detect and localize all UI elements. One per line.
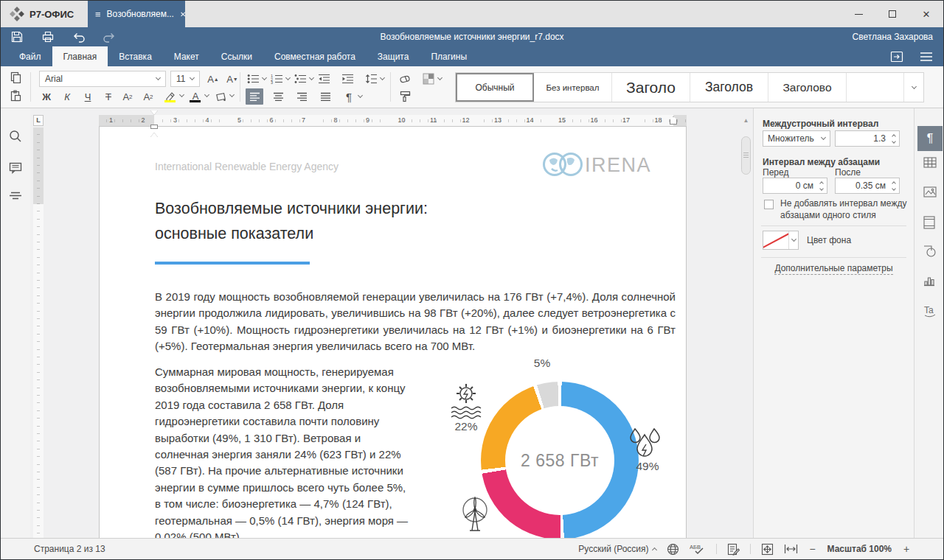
language-select[interactable]: Русский (Россия) <box>578 544 656 554</box>
zoom-in-button[interactable]: + <box>902 543 911 555</box>
copy-icon[interactable] <box>7 69 24 85</box>
paragraph-marks-dropdown[interactable] <box>356 88 364 105</box>
tab-close-icon[interactable]: ✕ <box>180 10 186 18</box>
numbered-list-dropdown[interactable] <box>284 71 291 87</box>
multilevel-list-icon[interactable] <box>291 71 309 87</box>
menu-tab-2[interactable]: Вставка <box>108 46 163 66</box>
hamburger-icon[interactable] <box>920 52 933 62</box>
vertical-ruler[interactable] <box>33 127 44 538</box>
style-item-2[interactable]: Заголо <box>612 73 690 102</box>
horizontal-ruler[interactable]: 123456789101112131415161718 <box>99 115 687 126</box>
style-item-empty[interactable] <box>847 73 904 102</box>
image-settings-icon[interactable] <box>923 186 937 200</box>
font-color-icon[interactable]: A <box>187 88 204 104</box>
track-changes-icon[interactable] <box>727 543 740 556</box>
decrease-indent-icon[interactable] <box>315 71 333 87</box>
maximize-button[interactable] <box>875 1 909 27</box>
save-icon[interactable] <box>10 30 24 43</box>
energy-donut-chart[interactable]: 2 658 ГВт 5% 22% <box>435 357 690 538</box>
copy-style-icon[interactable] <box>396 88 414 105</box>
spacing-after-spinner[interactable]: 0.35 см <box>835 178 900 194</box>
table-settings-icon[interactable] <box>923 157 937 170</box>
decrease-font-icon[interactable]: A▼ <box>223 71 241 87</box>
vertical-scrollbar[interactable]: ▲ <box>740 108 752 538</box>
menu-tab-6[interactable]: Защита <box>367 46 420 66</box>
table-shading-icon[interactable] <box>420 71 437 87</box>
close-button[interactable]: ✕ <box>909 1 943 27</box>
menu-tab-1[interactable]: Главная <box>52 46 108 66</box>
clear-style-icon[interactable] <box>396 71 414 87</box>
style-item-4[interactable]: Заголово <box>768 73 847 102</box>
language-globe-icon[interactable] <box>667 543 679 556</box>
navigation-icon[interactable] <box>9 191 22 204</box>
paragraph-marks-button[interactable]: ¶ <box>340 88 358 105</box>
line-spacing-icon[interactable] <box>362 71 380 87</box>
no-interval-checkbox[interactable] <box>764 200 774 209</box>
spinner-arrows[interactable] <box>816 178 827 193</box>
paragraph-2[interactable]: Суммарная мировая мощность, генерируемая… <box>155 364 414 538</box>
spinner-arrows[interactable] <box>889 178 899 193</box>
headers-footers-icon[interactable] <box>923 216 937 229</box>
paragraph-1[interactable]: В 2019 году мощность возобновляемой гене… <box>155 289 676 355</box>
comments-icon[interactable] <box>9 161 22 175</box>
left-indent-marker[interactable] <box>150 125 158 129</box>
bold-button[interactable]: Ж <box>38 88 55 105</box>
menu-tab-3[interactable]: Макет <box>163 46 210 66</box>
subscript-button[interactable]: A2 <box>139 88 157 105</box>
highlight-color-icon[interactable] <box>162 88 179 104</box>
minimize-button[interactable] <box>841 1 875 27</box>
zoom-level[interactable]: Масштаб 100% <box>827 544 892 554</box>
page-indicator[interactable]: Страница 2 из 13 <box>34 539 105 559</box>
tab-stop-selector[interactable]: L <box>33 115 44 126</box>
fit-width-icon[interactable] <box>784 544 798 554</box>
justify-button[interactable] <box>316 88 334 105</box>
undo-icon[interactable] <box>72 30 86 43</box>
multilevel-list-dropdown[interactable] <box>308 71 315 87</box>
document-page[interactable]: International Renewable Energy Agency IR… <box>99 126 687 538</box>
highlight-dropdown[interactable] <box>178 88 185 104</box>
tab-menu-icon[interactable]: ≡ <box>95 9 101 20</box>
numbered-list-icon[interactable]: 123 <box>268 71 285 87</box>
shading-dropdown[interactable] <box>228 88 235 104</box>
font-color-dropdown[interactable] <box>203 88 210 104</box>
fit-page-icon[interactable] <box>761 543 774 556</box>
spacing-before-spinner[interactable]: 0 см <box>763 178 827 194</box>
table-shading-dropdown[interactable] <box>436 71 443 87</box>
align-right-button[interactable] <box>293 88 310 105</box>
shape-settings-icon[interactable] <box>923 245 937 259</box>
chart-settings-icon[interactable] <box>923 275 937 288</box>
font-size-select[interactable]: 11 <box>170 71 200 87</box>
shading-icon[interactable] <box>212 88 229 104</box>
open-file-location-icon[interactable] <box>890 51 903 63</box>
bullet-list-icon[interactable] <box>244 71 262 87</box>
font-name-select[interactable]: Arial <box>39 71 166 87</box>
menu-tab-0[interactable]: Файл <box>8 46 52 66</box>
irena-logo[interactable]: IRENA <box>541 149 651 180</box>
spellcheck-icon[interactable]: АБВ <box>690 543 706 555</box>
strikethrough-button[interactable]: Ŧ <box>100 88 117 105</box>
menu-tab-5[interactable]: Совместная работа <box>263 46 367 66</box>
print-icon[interactable] <box>41 30 55 43</box>
paragraph-settings-icon[interactable]: ¶ <box>917 126 943 151</box>
style-item-1[interactable]: Без интервал <box>534 73 612 102</box>
textart-settings-icon[interactable]: Ta <box>923 304 937 318</box>
line-spacing-value-spinner[interactable]: 1.3 <box>835 130 900 147</box>
menu-tab-4[interactable]: Ссылки <box>210 46 263 66</box>
advanced-settings-link[interactable]: Дополнительные параметры <box>754 263 914 273</box>
increase-indent-icon[interactable] <box>339 71 356 87</box>
align-center-button[interactable] <box>269 88 287 105</box>
bullet-list-dropdown[interactable] <box>260 71 268 87</box>
document-tab[interactable]: ≡ Возобновляем... ✕ <box>88 1 185 27</box>
search-icon[interactable] <box>9 130 22 143</box>
increase-font-icon[interactable]: A▲ <box>204 71 222 87</box>
scrollbar-thumb[interactable] <box>741 136 751 175</box>
zoom-out-button[interactable]: − <box>808 543 817 555</box>
line-spacing-type-select[interactable]: Множитель <box>763 130 830 147</box>
background-color-picker[interactable] <box>763 231 799 250</box>
align-left-button[interactable] <box>246 88 263 105</box>
document-title-heading[interactable]: Возобновляемые источники энергии: основн… <box>155 196 428 246</box>
line-spacing-dropdown[interactable] <box>378 71 386 87</box>
redo-icon[interactable] <box>102 30 115 43</box>
spinner-arrows[interactable] <box>889 131 899 146</box>
underline-button[interactable]: Ч <box>79 88 97 105</box>
